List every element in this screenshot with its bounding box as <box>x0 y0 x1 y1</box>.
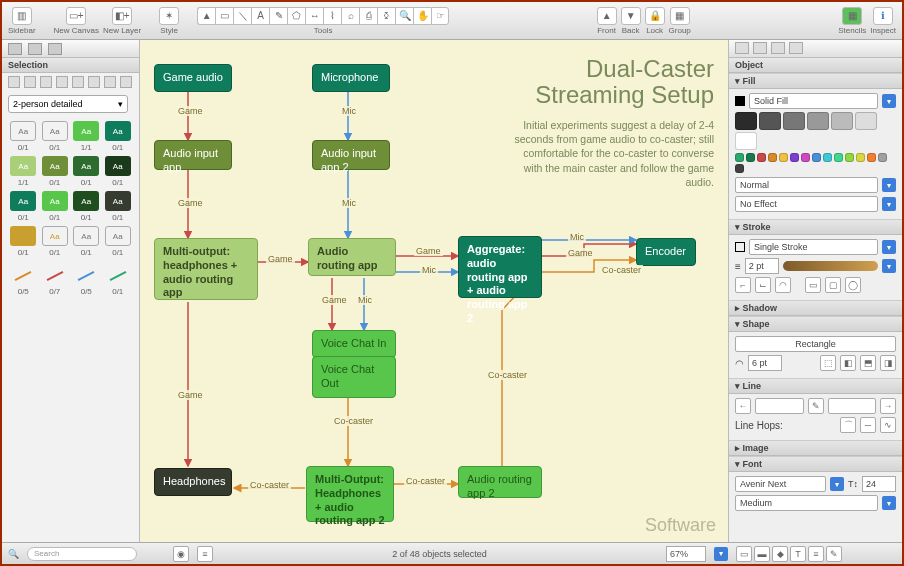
style-swatch[interactable]: Aa1/1 <box>8 156 39 187</box>
zoom-dropdown[interactable]: ▾ <box>714 547 728 561</box>
font-weight-select[interactable]: Medium <box>735 495 878 511</box>
sidebar-toggle[interactable]: ▥Sidebar <box>8 7 36 35</box>
color-swatch[interactable] <box>856 153 865 162</box>
node-audio-input[interactable]: Audio input app <box>154 140 232 170</box>
color-swatch[interactable] <box>867 153 876 162</box>
stroke-header[interactable]: ▾ Stroke <box>729 219 902 235</box>
style-swatch[interactable]: Aa0/1 <box>103 191 134 222</box>
line-tool[interactable]: ＼ <box>233 7 251 25</box>
line-swatch[interactable]: 0/7 <box>40 265 71 296</box>
new-canvas-button[interactable]: ▭+New Canvas <box>54 7 99 35</box>
fill-header[interactable]: ▾ Fill <box>729 73 902 89</box>
text-tool[interactable]: A <box>251 7 269 25</box>
connect-tool[interactable]: ⌇ <box>323 7 341 25</box>
style-swatch[interactable]: Aa0/1 <box>71 191 102 222</box>
search-input[interactable]: Search <box>27 547 137 561</box>
color-swatch[interactable] <box>834 153 843 162</box>
hand-tool[interactable]: ✋ <box>413 7 431 25</box>
line-header[interactable]: ▾ Line <box>729 378 902 394</box>
color-swatch[interactable] <box>801 153 810 162</box>
image-header[interactable]: ▸ Image <box>729 440 902 456</box>
color-swatch[interactable] <box>790 153 799 162</box>
node-headphones[interactable]: Headphones <box>154 468 232 496</box>
line-swatch[interactable]: 0/5 <box>71 265 102 296</box>
font-size-input[interactable]: 24 <box>862 476 896 492</box>
blend-select[interactable]: Normal <box>735 177 878 193</box>
style-swatch[interactable]: Aa0/1 <box>8 226 39 257</box>
shape-type-select[interactable]: Rectangle <box>735 336 896 352</box>
shadow-header[interactable]: ▸ Shadow <box>729 300 902 316</box>
node-voice-chat-in[interactable]: Voice Chat In <box>312 330 396 358</box>
style-swatch[interactable]: Aa1/1 <box>71 121 102 152</box>
browse-tool[interactable]: ⌕ <box>341 7 359 25</box>
zoom-tool[interactable]: 🔍 <box>395 7 413 25</box>
node-aggregate[interactable]: Aggregate: audio routing app + audio rou… <box>458 236 542 298</box>
color-swatch[interactable] <box>759 112 781 130</box>
node-microphone[interactable]: Microphone <box>312 64 390 92</box>
group-button[interactable]: ▦Group <box>669 7 691 35</box>
style-swatch[interactable]: Aa0/1 <box>40 156 71 187</box>
left-tabs[interactable] <box>2 40 139 58</box>
arrow-tool[interactable]: ↔ <box>305 7 323 25</box>
style-swatch[interactable]: Aa0/1 <box>103 226 134 257</box>
canvas[interactable]: Dual-CasterStreaming Setup Initial exper… <box>140 40 728 544</box>
color-swatch[interactable] <box>735 164 744 173</box>
color-swatch[interactable] <box>746 153 755 162</box>
view-list[interactable]: ≡ <box>197 546 213 562</box>
style-swatch[interactable]: Aa0/1 <box>71 226 102 257</box>
dropdown-icon[interactable]: ▾ <box>882 197 896 211</box>
color-swatch[interactable] <box>779 153 788 162</box>
style-swatch[interactable]: Aa0/1 <box>40 226 71 257</box>
inspector-tabs[interactable] <box>729 40 902 58</box>
color-swatch[interactable] <box>735 112 757 130</box>
color-swatch[interactable] <box>845 153 854 162</box>
color-swatch[interactable] <box>831 112 853 130</box>
radius-input[interactable]: 6 pt <box>748 355 782 371</box>
line-swatch[interactable]: 0/1 <box>103 265 134 296</box>
style-swatch[interactable]: Aa0/1 <box>103 156 134 187</box>
node-multi-output[interactable]: Multi-output: headphones + audio routing… <box>154 238 258 300</box>
style-toggle[interactable]: ✶Style <box>159 7 179 35</box>
line-swatch[interactable]: 0/5 <box>8 265 39 296</box>
small-color-swatches[interactable] <box>735 153 896 173</box>
color-swatch[interactable] <box>768 153 777 162</box>
node-multi-output-2[interactable]: Multi-Output: Headphones + audio routing… <box>306 466 394 522</box>
stamp-tool[interactable]: ⎙ <box>359 7 377 25</box>
pen-tool[interactable]: ✎ <box>269 7 287 25</box>
magnet-tool[interactable]: ⧲ <box>377 7 395 25</box>
node-audio-input-2[interactable]: Audio input app 2 <box>312 140 390 170</box>
dropdown-icon[interactable]: ▾ <box>882 178 896 192</box>
stroke-width-input[interactable]: 2 pt <box>745 258 779 274</box>
big-color-swatches[interactable] <box>735 112 896 150</box>
view-mode[interactable]: ◉ <box>173 546 189 562</box>
color-swatch[interactable] <box>807 112 829 130</box>
color-swatch[interactable] <box>757 153 766 162</box>
rect-tool[interactable]: ▭ <box>215 7 233 25</box>
select-tool[interactable]: ▲ <box>197 7 215 25</box>
node-encoder[interactable]: Encoder <box>636 238 696 266</box>
font-header[interactable]: ▾ Font <box>729 456 902 472</box>
shape-header[interactable]: ▾ Shape <box>729 316 902 332</box>
effect-select[interactable]: No Effect <box>735 196 878 212</box>
node-game-audio[interactable]: Game audio <box>154 64 232 92</box>
fill-type-select[interactable]: Solid Fill <box>749 93 878 109</box>
back-button[interactable]: ▼Back <box>621 7 641 35</box>
color-swatch[interactable] <box>735 132 757 150</box>
new-layer-button[interactable]: ◧+New Layer <box>103 7 141 35</box>
selection-toolbar[interactable] <box>2 73 139 91</box>
style-swatch[interactable]: Aa0/1 <box>40 191 71 222</box>
style-swatch[interactable]: Aa0/1 <box>103 121 134 152</box>
color-swatch[interactable] <box>878 153 887 162</box>
tool-palette[interactable]: ▲ ▭ ＼ A ✎ ⬠ ↔ ⌇ ⌕ ⎙ ⧲ 🔍 ✋ ☞ <box>197 7 449 25</box>
stencils-button[interactable]: ▦Stencils <box>838 7 866 35</box>
style-swatch[interactable]: Aa0/1 <box>8 121 39 152</box>
inspect-button[interactable]: ℹInspect <box>870 7 896 35</box>
color-swatch[interactable] <box>812 153 821 162</box>
style-swatch[interactable]: Aa0/1 <box>71 156 102 187</box>
node-audio-routing-2[interactable]: Audio routing app 2 <box>458 466 542 498</box>
style-swatch[interactable]: Aa0/1 <box>8 191 39 222</box>
lock-button[interactable]: 🔒Lock <box>645 7 665 35</box>
style-preset-dropdown[interactable]: 2-person detailed▾ <box>8 95 128 113</box>
shape-tool[interactable]: ⬠ <box>287 7 305 25</box>
font-family-select[interactable]: Avenir Next <box>735 476 826 492</box>
